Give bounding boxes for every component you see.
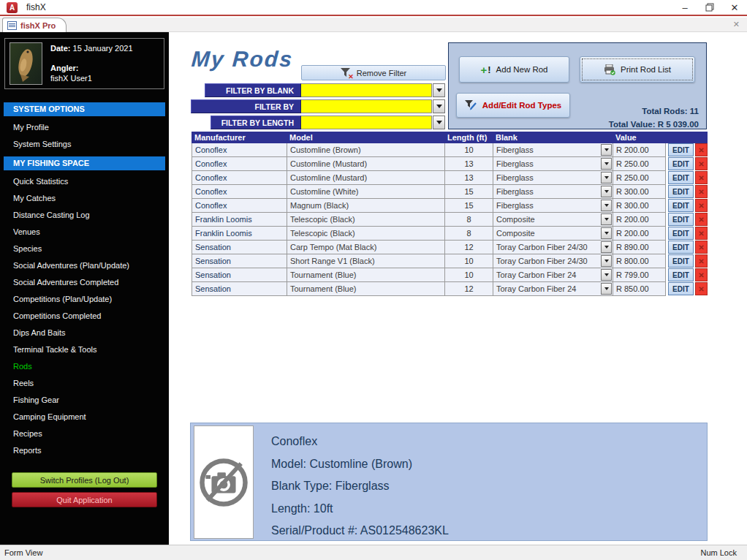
sidebar-item-fishing-gear[interactable]: Fishing Gear (13, 395, 169, 406)
cell-manufacturer[interactable]: Sensation (192, 282, 287, 296)
cell-model[interactable]: Carp Tempo (Mat Black) (287, 241, 445, 254)
filter-length-combo[interactable] (301, 116, 432, 129)
cell-blank[interactable]: Toray Carbon Fiber 24 (493, 282, 613, 296)
cell-manufacturer[interactable]: Conoflex (192, 143, 287, 157)
sidebar-item-competitions-plan-update[interactable]: Competitions (Plan/Update) (13, 294, 169, 305)
cell-value[interactable]: R 800.00 (613, 254, 666, 268)
delete-row-button[interactable]: ✕ (695, 213, 708, 226)
sidebar-item-system-settings[interactable]: System Settings (13, 139, 169, 150)
cell-length[interactable]: 10 (445, 143, 493, 157)
cell-blank[interactable]: Fiberglass (493, 143, 613, 157)
cell-value[interactable]: R 300.00 (613, 199, 666, 213)
sidebar-item-species[interactable]: Species (13, 243, 169, 254)
sidebar-item-social-adventures-plan-update[interactable]: Social Adventures (Plan/Update) (13, 260, 169, 271)
blank-dropdown-button[interactable] (601, 144, 612, 156)
delete-row-button[interactable]: ✕ (695, 185, 708, 198)
cell-manufacturer[interactable]: Franklin Loomis (192, 213, 287, 227)
edit-row-button[interactable]: EDIT (668, 185, 694, 198)
sidebar-item-distance-casting-log[interactable]: Distance Casting Log (13, 210, 169, 221)
delete-row-button[interactable]: ✕ (695, 143, 708, 156)
add-edit-rod-types-button[interactable]: Add/Edit Rod Types (456, 93, 570, 118)
cell-manufacturer[interactable]: Sensation (192, 254, 287, 268)
tab-fishx-pro[interactable]: fishX Pro (2, 18, 67, 32)
sidebar-item-reels[interactable]: Reels (13, 378, 169, 389)
cell-value[interactable]: R 200.00 (613, 143, 666, 157)
sidebar-item-dips-and-baits[interactable]: Dips And Baits (13, 328, 169, 338)
cell-length[interactable]: 12 (445, 241, 493, 254)
blank-dropdown-button[interactable] (601, 172, 612, 183)
sidebar-item-quick-statistics[interactable]: Quick Statistics (13, 176, 169, 187)
cell-blank[interactable]: Toray Carbon Fiber 24 (493, 268, 613, 282)
cell-blank[interactable]: Toray Carbon Fiber 24/30 (493, 254, 613, 268)
edit-row-button[interactable]: EDIT (668, 157, 694, 170)
cell-model[interactable]: Short Range V1 (Black) (287, 254, 445, 268)
delete-row-button[interactable]: ✕ (695, 282, 708, 295)
cell-manufacturer[interactable]: Sensation (192, 241, 287, 254)
cell-model[interactable]: Customline (Mustard) (287, 157, 445, 171)
cell-blank[interactable]: Composite (493, 213, 613, 227)
edit-row-button[interactable]: EDIT (668, 213, 694, 226)
delete-row-button[interactable]: ✕ (695, 199, 708, 212)
sidebar-item-terminal-tackle-tools[interactable]: Terminal Tackle & Tools (13, 344, 169, 355)
cell-length[interactable]: 13 (445, 171, 493, 185)
delete-row-button[interactable]: ✕ (695, 254, 708, 268)
delete-row-button[interactable]: ✕ (695, 171, 708, 184)
sidebar-item-venues[interactable]: Venues (13, 227, 169, 238)
sidebar-item-social-adventures-completed[interactable]: Social Adventures Completed (13, 277, 169, 288)
filter-length-dropdown-button[interactable] (433, 116, 445, 129)
minimize-button[interactable]: – (672, 0, 697, 15)
tab-close-icon[interactable]: ✕ (733, 20, 740, 29)
blank-dropdown-button[interactable] (601, 227, 612, 239)
cell-blank[interactable]: Fiberglass (493, 185, 613, 199)
edit-row-button[interactable]: EDIT (668, 227, 694, 240)
blank-dropdown-button[interactable] (601, 200, 612, 211)
blank-dropdown-button[interactable] (601, 186, 612, 197)
cell-manufacturer[interactable]: Conoflex (192, 185, 287, 199)
filter-manufacturer-dropdown-button[interactable] (433, 99, 445, 113)
cell-model[interactable]: Telescopic (Black) (287, 213, 445, 227)
cell-length[interactable]: 10 (445, 254, 493, 268)
sidebar-item-recipes[interactable]: Recipes (13, 428, 169, 439)
delete-row-button[interactable]: ✕ (695, 227, 708, 240)
cell-length[interactable]: 13 (445, 157, 493, 171)
cell-length[interactable]: 12 (445, 282, 493, 296)
cell-model[interactable]: Customline (Mustard) (287, 171, 445, 185)
cell-length[interactable]: 15 (445, 199, 493, 213)
cell-value[interactable]: R 200.00 (613, 227, 666, 241)
cell-length[interactable]: 8 (445, 213, 493, 227)
edit-row-button[interactable]: EDIT (668, 241, 694, 254)
blank-dropdown-button[interactable] (601, 283, 612, 295)
blank-dropdown-button[interactable] (601, 158, 612, 170)
edit-row-button[interactable]: EDIT (668, 268, 694, 281)
filter-blank-type-combo[interactable] (301, 83, 432, 97)
cell-model[interactable]: Magnum (Black) (287, 199, 445, 213)
cell-model[interactable]: Tournament (Blue) (287, 282, 445, 296)
cell-value[interactable]: R 300.00 (613, 185, 666, 199)
cell-blank[interactable]: Fiberglass (493, 171, 613, 185)
sidebar-item-competitions-completed[interactable]: Competitions Completed (13, 311, 169, 322)
cell-value[interactable]: R 250.00 (613, 171, 666, 185)
cell-blank[interactable]: Fiberglass (493, 157, 613, 171)
blank-dropdown-button[interactable] (601, 213, 612, 225)
blank-dropdown-button[interactable] (601, 255, 612, 267)
cell-manufacturer[interactable]: Conoflex (192, 171, 287, 185)
print-rod-list-button[interactable]: Print Rod List (580, 56, 695, 83)
sidebar-item-camping-equipment[interactable]: Camping Equipment (13, 412, 169, 423)
edit-row-button[interactable]: EDIT (668, 282, 694, 295)
cell-value[interactable]: R 200.00 (613, 213, 666, 227)
remove-filter-button[interactable]: ✕ Remove Filter (301, 65, 446, 80)
delete-row-button[interactable]: ✕ (695, 241, 708, 254)
cell-manufacturer[interactable]: Sensation (192, 268, 287, 282)
cell-manufacturer[interactable]: Conoflex (192, 199, 287, 213)
cell-blank[interactable]: Fiberglass (493, 199, 613, 213)
cell-model[interactable]: Telescopic (Black) (287, 227, 445, 241)
cell-blank[interactable]: Toray Carbon Fiber 24/30 (493, 241, 613, 254)
cell-model[interactable]: Customline (White) (287, 185, 445, 199)
delete-row-button[interactable]: ✕ (695, 268, 708, 281)
cell-blank[interactable]: Composite (493, 227, 613, 241)
sidebar-item-my-catches[interactable]: My Catches (13, 193, 169, 204)
sidebar-item-my-profile[interactable]: My Profile (13, 122, 169, 133)
delete-row-button[interactable]: ✕ (695, 157, 708, 170)
cell-value[interactable]: R 890.00 (613, 241, 666, 254)
sidebar-item-reports[interactable]: Reports (13, 445, 169, 456)
